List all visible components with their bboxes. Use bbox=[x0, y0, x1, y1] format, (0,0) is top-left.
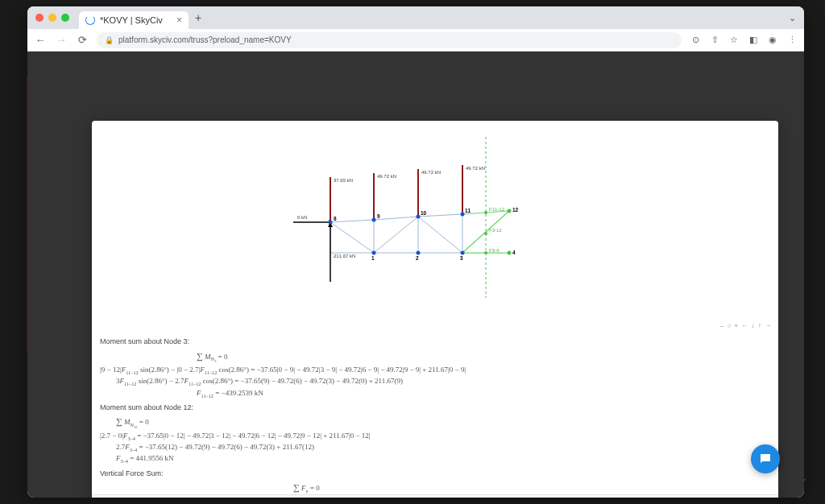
svg-text:0 kN: 0 kN bbox=[297, 215, 307, 220]
title-bar: *KOVY | SkyCiv × + ⌄ bbox=[27, 6, 804, 29]
share-icon[interactable]: ⇧ bbox=[709, 35, 720, 45]
url-field[interactable]: 🔒 platform.skyciv.com/truss?preload_name… bbox=[97, 32, 682, 48]
window-minimize[interactable] bbox=[48, 14, 56, 22]
svg-point-25 bbox=[329, 221, 333, 225]
svg-text:37.65 kN: 37.65 kN bbox=[334, 178, 353, 183]
svg-point-27 bbox=[417, 215, 421, 219]
nav-reload[interactable]: ⟳ bbox=[76, 34, 89, 46]
svg-point-28 bbox=[461, 213, 465, 217]
svg-point-34 bbox=[484, 232, 487, 235]
nav-back[interactable]: ← bbox=[34, 34, 47, 46]
window-close[interactable] bbox=[35, 14, 44, 22]
chat-icon bbox=[758, 452, 773, 466]
search-icon[interactable]: ⊙ bbox=[690, 35, 701, 45]
svg-line-13 bbox=[330, 222, 374, 253]
tabs-chevron-icon[interactable]: ⌄ bbox=[789, 13, 796, 23]
star-icon[interactable]: ☆ bbox=[728, 35, 740, 45]
menu-icon[interactable]: ⋮ bbox=[786, 35, 798, 45]
moment-node3-heading: Moment sum about Node 3: bbox=[100, 337, 770, 348]
reload-icon bbox=[85, 15, 95, 25]
extensions-icon[interactable]: ◧ bbox=[748, 35, 759, 45]
address-bar: ← → ⟳ 🔒 platform.skyciv.com/truss?preloa… bbox=[27, 29, 804, 52]
svg-text:9: 9 bbox=[377, 213, 380, 219]
view-controls[interactable]: – ○ + ← ↓ ↑ → bbox=[720, 322, 772, 329]
nav-forward[interactable]: → bbox=[55, 34, 68, 46]
vertical-force-heading: Vertical Force Sum: bbox=[100, 469, 770, 480]
svg-text:10: 10 bbox=[421, 210, 427, 216]
svg-text:49.72 kN: 49.72 kN bbox=[377, 174, 396, 179]
svg-text:1: 1 bbox=[371, 255, 375, 261]
browser-tab[interactable]: *KOVY | SkyCiv × bbox=[79, 11, 189, 29]
svg-point-36 bbox=[484, 211, 487, 214]
svg-text:8: 8 bbox=[334, 216, 337, 221]
svg-text:2: 2 bbox=[416, 255, 419, 261]
new-tab-button[interactable]: + bbox=[195, 11, 201, 24]
tab-title: *KOVY | SkyCiv bbox=[100, 15, 163, 25]
svg-text:4: 4 bbox=[512, 250, 516, 255]
equations-block: Moment sum about Node 3: ∑ MN3 = 0 |9 − … bbox=[100, 333, 770, 494]
modal-body: 37.65 kN 49.72 kN 49.72 kN 49.72 kN 0 kN… bbox=[92, 121, 778, 494]
svg-line-14 bbox=[374, 217, 418, 253]
svg-text:F3-4: F3-4 bbox=[489, 248, 500, 253]
svg-text:F11-12: F11-12 bbox=[489, 207, 505, 212]
modal-footer: Close bbox=[92, 494, 778, 498]
svg-point-30 bbox=[372, 251, 376, 255]
chat-bubble[interactable] bbox=[751, 444, 780, 473]
window-maximize[interactable] bbox=[61, 14, 69, 22]
svg-text:49.72 kN: 49.72 kN bbox=[421, 170, 441, 175]
profile-icon[interactable]: ◉ bbox=[767, 35, 778, 45]
svg-point-32 bbox=[461, 251, 465, 255]
svg-line-7 bbox=[374, 217, 418, 220]
svg-text:11: 11 bbox=[465, 208, 471, 213]
svg-point-29 bbox=[508, 209, 512, 213]
browser-window: *KOVY | SkyCiv × + ⌄ ← → ⟳ 🔒 platform.sk… bbox=[27, 6, 804, 498]
moment-node12-heading: Moment sum about Node 12: bbox=[100, 403, 770, 414]
url-text: platform.skyciv.com/truss?preload_name=K… bbox=[118, 35, 292, 44]
svg-point-26 bbox=[372, 218, 376, 222]
svg-text:12: 12 bbox=[512, 207, 519, 213]
lock-icon: 🔒 bbox=[105, 36, 114, 44]
svg-text:49.72 kN: 49.72 kN bbox=[466, 166, 485, 171]
tab-close-icon[interactable]: × bbox=[176, 14, 182, 26]
analysis-modal: 37.65 kN 49.72 kN 49.72 kN 49.72 kN 0 kN… bbox=[92, 121, 778, 498]
svg-point-33 bbox=[508, 251, 512, 255]
truss-diagram: 37.65 kN 49.72 kN 49.72 kN 49.72 kN 0 kN… bbox=[92, 121, 778, 338]
svg-text:3: 3 bbox=[460, 255, 463, 261]
svg-line-6 bbox=[330, 220, 374, 222]
svg-point-31 bbox=[417, 251, 421, 255]
svg-point-35 bbox=[484, 251, 487, 254]
svg-text:211.67 kN: 211.67 kN bbox=[334, 254, 355, 258]
svg-line-15 bbox=[418, 217, 462, 253]
svg-text:F3-12: F3-12 bbox=[489, 228, 502, 233]
